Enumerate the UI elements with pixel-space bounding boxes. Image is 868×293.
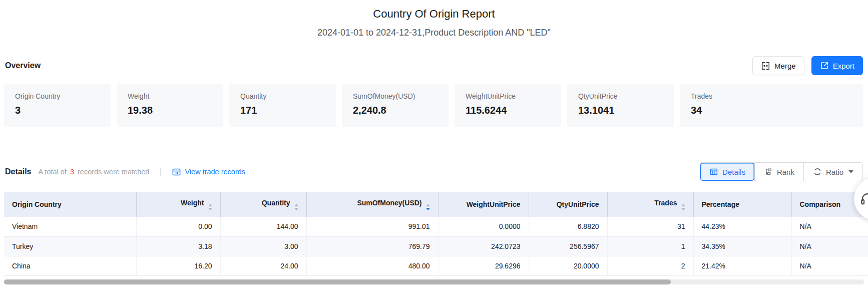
stat-card-quantity: Quantity171 [229, 84, 336, 127]
sort-carets [208, 204, 212, 210]
stat-card-label: Quantity [240, 92, 336, 100]
column-header-weight[interactable]: Weight [136, 192, 220, 217]
column-header-label: WeightUnitPrice [467, 200, 521, 208]
column-header-percentage: Percentage [693, 192, 791, 217]
table-icon [709, 167, 718, 176]
cell-trades: 1 [607, 236, 693, 256]
details-summary: Details A total of 3 records were matche… [5, 167, 245, 177]
cell-sumofmoney-usd: 991.01 [306, 217, 438, 236]
view-button-label: Details [722, 168, 745, 176]
cell-quantity: 144.00 [220, 217, 306, 236]
cell-weightunitprice: 0.0000 [438, 217, 529, 236]
stat-card-weight: Weight19.38 [117, 84, 223, 127]
cell-sumofmoney-usd: 769.79 [306, 236, 438, 256]
view-button-label: Ratio [826, 168, 843, 176]
view-ratio-button[interactable]: Ratio [803, 163, 862, 181]
stat-card-value: 19.38 [128, 105, 223, 116]
table-row-turkey: Turkey3.183.00769.79242.0723256.5967134.… [4, 236, 868, 256]
match-prefix: A total of [38, 168, 66, 176]
cell-comparison: N/A [791, 217, 868, 236]
horizontal-scrollbar-track[interactable] [4, 279, 864, 284]
stat-card-value: 13.1041 [578, 105, 674, 116]
sort-caret-down-icon [294, 208, 298, 210]
view-button-label: Rank [777, 168, 794, 176]
view-switcher: DetailsRankRatio [700, 162, 863, 181]
cell-origin-country: China [4, 256, 136, 275]
cell-weightunitprice: 242.0723 [438, 236, 529, 256]
column-header-label: Origin Country [12, 200, 62, 208]
cell-comparison: N/A [791, 236, 868, 256]
sort-caret-up-icon [426, 204, 430, 206]
view-trade-records-label: View trade records [185, 168, 245, 176]
overview-section-label: Overview [5, 61, 41, 70]
stat-card-weightunitprice: WeightUnitPrice115.6244 [455, 84, 561, 127]
cell-weight: 3.18 [136, 236, 220, 256]
view-details-button[interactable]: Details [700, 163, 754, 181]
column-header-label: QtyUnitPrice [557, 200, 599, 208]
stat-card-label: Trades [691, 92, 863, 100]
stat-card-value: 115.6244 [466, 105, 561, 116]
column-header-label: Trades [654, 199, 677, 207]
report-query-subtitle: 2024-01-01 to 2024-12-31,Product Descrip… [0, 28, 868, 38]
cell-qtyunitprice: 256.5967 [529, 236, 607, 256]
sort-carets [294, 204, 298, 210]
cell-trades: 31 [607, 217, 693, 236]
stat-card-label: Origin Country [15, 92, 111, 100]
table-header-row: Origin CountryWeightQuantitySumOfMoney(U… [4, 192, 868, 217]
toolbar-buttons: Merge Export [752, 56, 863, 75]
stat-card-value: 2,240.8 [353, 105, 449, 116]
sort-caret-up-icon [208, 204, 212, 206]
horizontal-scrollbar-thumb[interactable] [4, 279, 671, 284]
stat-card-value: 3 [15, 105, 111, 116]
column-header-quantity[interactable]: Quantity [220, 192, 306, 217]
table-body: Vietnam0.00144.00991.010.00006.88203144.… [4, 217, 868, 275]
stat-card-label: Weight [128, 92, 223, 100]
stat-cards: Origin Country3Weight19.38Quantity171Sum… [0, 84, 868, 127]
cell-quantity: 24.00 [220, 256, 306, 275]
ratio-icon [813, 167, 822, 176]
stat-card-sumofmoney-usd: SumOfMoney(USD)2,240.8 [342, 84, 449, 127]
cell-comparison: N/A [791, 256, 868, 275]
cell-percentage: 34.35% [693, 236, 791, 256]
cell-origin-country: Turkey [4, 236, 136, 256]
stat-card-label: WeightUnitPrice [466, 92, 561, 100]
view-trade-records-link[interactable]: View trade records [172, 167, 245, 177]
column-header-label: Comparison [800, 200, 841, 208]
column-header-label: Quantity [262, 199, 290, 207]
sort-caret-down-icon [208, 208, 212, 210]
column-header-label: SumOfMoney(USD) [357, 199, 421, 207]
stat-card-label: QtyUnitPrice [578, 92, 674, 100]
column-header-label: Weight [181, 199, 204, 207]
headset-icon [860, 191, 868, 206]
stat-card-label: SumOfMoney(USD) [353, 92, 449, 100]
view-rank-button[interactable]: Rank [754, 163, 803, 181]
stat-card-value: 34 [691, 105, 863, 116]
trade-records-icon [172, 167, 181, 177]
column-header-weightunitprice: WeightUnitPrice [438, 192, 529, 217]
cell-trades: 2 [607, 256, 693, 275]
export-icon [820, 61, 829, 70]
cell-qtyunitprice: 20.0000 [529, 256, 607, 275]
page-title: Country Of Origin Report [0, 8, 868, 21]
details-bar: Details A total of 3 records were matche… [0, 162, 868, 182]
match-count: 3 [70, 168, 74, 176]
merge-cells-icon [761, 61, 770, 71]
cell-quantity: 3.00 [220, 236, 306, 256]
vertical-divider [160, 168, 161, 176]
cell-percentage: 44.23% [693, 217, 791, 236]
chevron-down-icon [848, 170, 853, 173]
cell-origin-country: Vietnam [4, 217, 136, 236]
sort-carets [426, 204, 430, 210]
merge-button[interactable]: Merge [752, 56, 804, 75]
column-header-sumofmoney-usd[interactable]: SumOfMoney(USD) [306, 192, 438, 217]
details-table: Origin CountryWeightQuantitySumOfMoney(U… [4, 192, 868, 276]
sort-caret-up-icon [681, 204, 685, 206]
column-header-trades[interactable]: Trades [607, 192, 693, 217]
cell-percentage: 21.42% [693, 256, 791, 275]
stat-card-origin-country: Origin Country3 [4, 84, 111, 127]
column-header-origin-country: Origin Country [4, 192, 136, 217]
table-row-china: China16.2024.00480.0029.629620.0000221.4… [4, 256, 868, 275]
stat-card-qtyunitprice: QtyUnitPrice13.1041 [567, 84, 674, 127]
export-button[interactable]: Export [811, 56, 863, 75]
sort-caret-up-icon [294, 204, 298, 206]
